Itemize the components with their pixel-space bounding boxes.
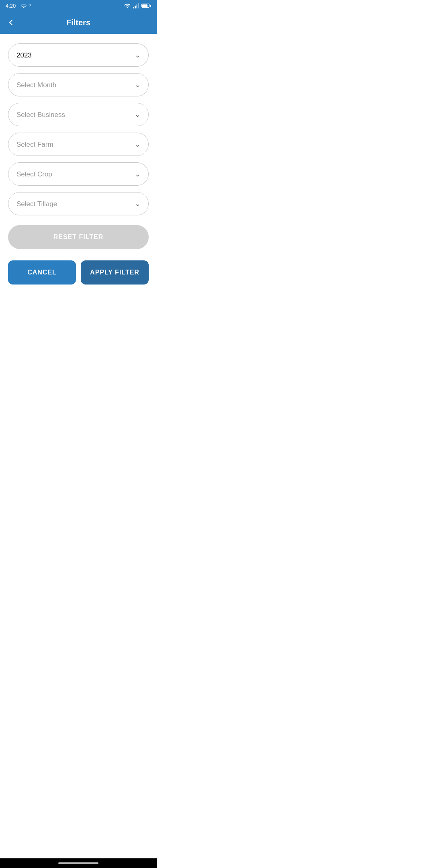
header: Filters (0, 11, 157, 34)
year-select[interactable]: 2023 2022 2021 2024 (8, 43, 149, 67)
year-dropdown-wrapper: 2023 2022 2021 2024 ⌄ (8, 43, 149, 67)
battery-icon (141, 4, 151, 8)
business-dropdown-wrapper: Select Business ⌄ (8, 103, 149, 126)
month-dropdown-wrapper: Select Month January February March Apri… (8, 73, 149, 96)
tillage-dropdown-wrapper: Select Tillage ⌄ (8, 192, 149, 215)
status-time: 4:20 ? (6, 3, 31, 9)
tillage-select[interactable]: Select Tillage (8, 192, 149, 215)
wifi-filled-icon (124, 3, 131, 8)
reset-filter-button[interactable]: RESET FILTER (8, 225, 149, 249)
status-bar: 4:20 ? (0, 0, 157, 11)
farm-select[interactable]: Select Farm (8, 133, 149, 156)
business-select[interactable]: Select Business (8, 103, 149, 126)
month-select[interactable]: Select Month January February March Apri… (8, 73, 149, 96)
farm-dropdown-wrapper: Select Farm ⌄ (8, 133, 149, 156)
page-title: Filters (66, 18, 90, 27)
crop-select[interactable]: Select Crop (8, 162, 149, 186)
status-icons (124, 3, 151, 8)
action-buttons: CANCEL APPLY FILTER (0, 260, 157, 285)
apply-filter-button[interactable]: APPLY FILTER (81, 260, 149, 285)
crop-dropdown-wrapper: Select Crop ⌄ (8, 162, 149, 186)
back-button[interactable] (6, 18, 15, 27)
cancel-button[interactable]: CANCEL (8, 260, 76, 285)
signal-icon (133, 3, 139, 8)
filters-content: 2023 2022 2021 2024 ⌄ Select Month Janua… (0, 34, 157, 259)
wifi-icon (20, 3, 27, 8)
